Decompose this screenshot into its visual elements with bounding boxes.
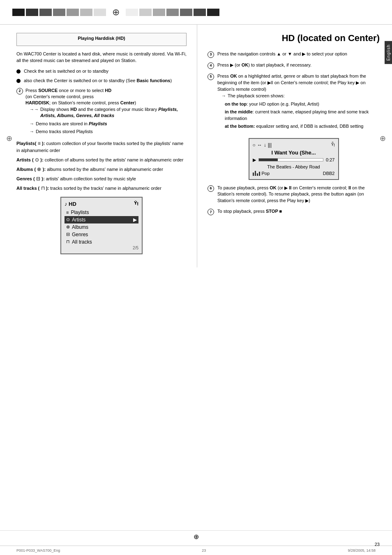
bottom-bar: ⊕ (0, 530, 392, 543)
pb-progress-row: ▶ 0:27 (253, 157, 335, 163)
pause-bold: II (289, 185, 291, 190)
albums-desc-text: albums sorted by the albums' name in alp… (47, 167, 163, 172)
english-tab: English (385, 41, 392, 64)
eq-bar-2 (255, 171, 256, 176)
arrow-demo2: → Demo tracks stored Playlists (30, 129, 187, 135)
dbb-label: DBB2 (323, 171, 335, 176)
step-num-6: 6 (208, 185, 214, 192)
step-5: 5 Press OK on a highlighted artist, genr… (208, 73, 380, 133)
press-source-text: Press SOURCE once or more to select HD (25, 88, 111, 93)
page-footer: P001-P033_WAS700_Eng 23 9/28/2005, 14:58 (0, 546, 392, 555)
on-top-bold: on the top (225, 101, 247, 106)
step-6: 6 To pause playback, press OK (or ▶ II o… (208, 185, 380, 205)
alltracks-desc: All tracks ( ⊓ ): tracks sorted by the t… (16, 184, 187, 192)
on-center-text: (on Center's remote control, press (25, 94, 94, 99)
section-box: Playing Harddisk (HD) (16, 33, 187, 46)
alltracks-menu-icon: ⊓ (66, 239, 70, 244)
at-bottom-text: at the bottom: equalizer setting and, if… (225, 123, 380, 130)
step-check-standby: Check the set is switched on or to stand… (16, 68, 187, 74)
alltracks-icon: ⊓ (39, 185, 46, 191)
pb-time: 0:27 (326, 157, 334, 162)
display-shows-text: Display shows HD and the categories of y… (40, 106, 187, 119)
top-bar: ⊕ (0, 0, 392, 25)
pb-song-title: I Want You (She... (253, 150, 335, 156)
alltracks-menu-label: All tracks (72, 239, 92, 245)
pb-top-row: ○ ↔ ↓ ||| Y̆ᴉ (253, 142, 335, 148)
step-num-5: 5 (208, 74, 214, 80)
artists-label-end: ): (40, 157, 43, 162)
hd-bold: HD (105, 88, 111, 93)
genres-icon: ⊟ (35, 176, 42, 182)
artists-menu-icon: ⊙ (66, 217, 70, 222)
bullet-filled (16, 69, 21, 74)
page-content: ⊕ Playing Harddisk (HD) On WAC700 Center… (0, 25, 392, 267)
at-bottom-bold: at the bottom: (225, 124, 255, 129)
footer-left: P001-P033_WAS700_Eng (16, 548, 60, 553)
page-indicator: 2/5 (65, 246, 138, 250)
step-6-content: To pause playback, press OK (or ▶ II on … (217, 185, 380, 205)
arrow-icon-1: → (30, 121, 34, 127)
progress-bar (258, 158, 324, 161)
step-5-content: Press OK on a highlighted artist, genre … (217, 73, 380, 133)
menu-playlists: ≡ Playlists (65, 209, 138, 216)
eq-bar-4 (259, 172, 260, 176)
source-bold: SOURCE (38, 88, 58, 93)
repeat-icon: ○ (253, 142, 256, 148)
artists-desc-text: collection of albums sorted by the artis… (45, 157, 184, 162)
playback-screen-text: The playback screen shows: (228, 93, 285, 99)
ok-bold-4: OK (242, 62, 249, 67)
basic-functions-bold: Basic functions (137, 78, 171, 83)
demo-playlists-text: Demo tracks are stored in Playlists (36, 121, 107, 127)
playlists-menu-icon: ≡ (66, 210, 69, 215)
step-num-2: 2 (16, 88, 23, 94)
left-column: ⊕ Playing Harddisk (HD) On WAC700 Center… (0, 25, 197, 267)
albums-menu-icon: ⊗ (66, 224, 70, 230)
right-compass-icon: ⊕ (380, 134, 386, 143)
eq-label: Pop (262, 171, 270, 176)
playback-display-box: ○ ↔ ↓ ||| Y̆ᴉ I Want You (She... ▶ 0:27 … (249, 138, 339, 180)
step-3-content: Press the navigation controls ▲ or ▼ and… (217, 51, 380, 58)
harddisk-bold: HARDDISK; on Station's remote control, p… (25, 100, 136, 105)
right-column: English HD (located on Center) 3 Press t… (197, 25, 392, 267)
progress-fill (259, 159, 278, 161)
bottom-compass: ⊕ (194, 533, 199, 541)
arrow-active: ▶ (133, 217, 137, 223)
top-bar-left-segments: ⊕ (12, 7, 219, 18)
menu-albums: ⊗ Albums (65, 223, 138, 231)
pb-icons: ○ ↔ ↓ ||| (253, 142, 272, 148)
left-compass-icon: ⊕ (6, 134, 12, 143)
step-num-3: 3 (208, 51, 214, 58)
artists-label: Artists ( (16, 157, 34, 162)
eq-bars (253, 171, 260, 176)
menu-genres: ⊟ Genres (65, 231, 138, 238)
albums-menu-label: Albums (72, 224, 88, 230)
step-7-content: To stop playback, press STOP ■ (217, 208, 380, 215)
in-middle-text: in the middle: current track name, elaps… (225, 109, 380, 122)
stop-bold: STOP ■ (266, 209, 282, 214)
eq-bar-3 (257, 173, 258, 176)
menu-artists-active: ⊙ Artists ▶ (65, 216, 138, 223)
artists-desc: Artists ( ⊙ ): collection of albums sort… (16, 156, 187, 164)
signal-bars: ||| (268, 142, 272, 148)
demo-stored-text: Demo tracks stored Playlists (36, 129, 93, 135)
footer-center: 23 (202, 548, 206, 553)
step-2-content: Press SOURCE once or more to select HD (… (25, 88, 187, 137)
alltracks-label: All tracks ( (16, 186, 39, 191)
on-top-text: on the top: your HD option (e.g. Playlis… (225, 101, 380, 108)
step-4-content: Press ▶ (or OK) to start playback, if ne… (217, 62, 380, 69)
pb-artist: The Beatles - Abbey Road (253, 164, 335, 169)
step-7: 7 To stop playback, press STOP ■ (208, 208, 380, 215)
hd-label: ♪ HD (65, 201, 76, 207)
page-title: HD (located on Center) (208, 33, 380, 44)
playlists-icon: ≡ (36, 140, 42, 146)
arrow-icon-2: → (30, 129, 34, 135)
albums-label: Albums ( (16, 167, 36, 172)
artists-menu-label: Artists (72, 217, 85, 223)
step-num-7: 7 (208, 209, 214, 215)
alltracks-desc-text: tracks sorted by the tracks' name in alp… (50, 186, 161, 191)
pause-bold-2: II (348, 185, 351, 190)
step-2: 2 Press SOURCE once or more to select HD… (16, 88, 187, 137)
signal-indicator: Y̆ᴉ (134, 201, 138, 207)
genres-desc-text: artists' album collection sorted by musi… (46, 176, 136, 181)
in-middle-bold: in the middle (225, 109, 253, 114)
